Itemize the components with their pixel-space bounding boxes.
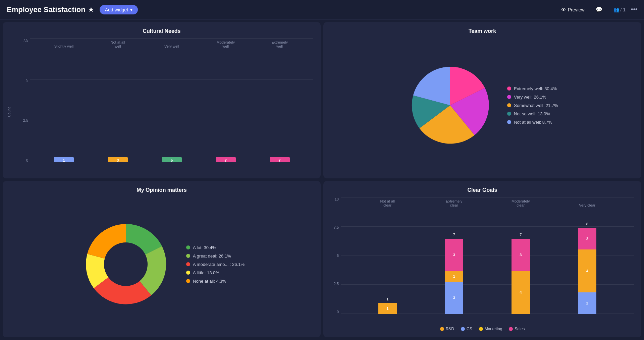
stacked-bars-area: 10 7.5 5 2.5 0: [331, 197, 634, 324]
bars-row: 1 3 5 7 7: [30, 38, 313, 162]
y-axis: 7.5 5 2.5 0: [20, 38, 30, 172]
legend-dot: [186, 262, 190, 266]
total-label: 8: [586, 222, 588, 226]
legend-item-not-at-all-well: Not at all well: 8.7%: [507, 120, 558, 125]
stacked-bar-not-at-all-clear: 1 1: [378, 303, 397, 314]
my-opinion-donut-chart: [79, 217, 173, 311]
legend-dot: [186, 254, 190, 258]
comment-icon[interactable]: 💬: [596, 6, 602, 13]
clear-goals-legend: R&D CS Marketing Sales: [331, 327, 634, 331]
bar-not-at-all-well: 3: [108, 157, 128, 162]
preview-label: Preview: [568, 7, 585, 12]
star-icon[interactable]: ★: [88, 6, 94, 13]
bar-extremely-well: 7: [270, 157, 290, 162]
cultural-needs-widget: Cultural Needs Count 7.5 5 2.5 0: [3, 22, 321, 178]
separator2: [608, 6, 608, 14]
bar-group-not-at-all-well: 3: [108, 157, 128, 162]
user-count: 👥 / 1: [613, 7, 626, 12]
stacked-bar-very-clear: 2 4 2 8: [578, 228, 596, 314]
legend-item-not-so-well: Not so well: 13.0%: [507, 111, 558, 116]
segment-sales: 3: [512, 239, 530, 271]
my-opinion-title: My Opinion matters: [10, 187, 313, 193]
legend-dot: [186, 279, 190, 283]
chevron-down-icon: ▾: [130, 7, 132, 12]
legend-item-marketing: Marketing: [479, 327, 502, 331]
team-work-legend: Extremely well: 30.4% Very well: 26.1% S…: [507, 86, 558, 125]
legend-item-none-at-all: None at all: 4.3%: [186, 279, 245, 284]
legend-item-a-moderate-amount: A moderate amo... : 26.1%: [186, 262, 245, 267]
segment-marketing: 4: [578, 249, 596, 292]
legend-dot: [507, 112, 511, 116]
legend-item-sales: Sales: [509, 327, 525, 331]
legend-item-a-lot: A lot: 30.4%: [186, 245, 245, 250]
header-right: 👁 Preview 💬 👥 / 1 •••: [561, 6, 637, 14]
header: Employee Satisfaction ★ Add widget ▾ 👁 P…: [0, 0, 644, 19]
add-widget-button[interactable]: Add widget ▾: [100, 5, 138, 14]
total-label: 7: [453, 233, 455, 237]
legend-item-extremely-well: Extremely well: 30.4%: [507, 86, 558, 91]
team-work-title: Team work: [331, 28, 634, 34]
my-opinion-widget: My Opinion matters A lot: 30.4%: [3, 181, 321, 337]
team-work-chart-section: Extremely well: 30.4% Very well: 26.1% S…: [331, 38, 634, 172]
stacked-bars-inner: 1 1 3 1 3 7 4 3: [341, 197, 634, 324]
team-work-widget: Team work Extremely well: 30.4%: [323, 22, 641, 178]
stacked-bars-row: 1 1 3 1 3 7 4 3: [341, 197, 634, 314]
page-title: Employee Satisfaction ★: [7, 5, 94, 14]
stacked-y-axis: 10 7.5 5 2.5 0: [331, 197, 341, 324]
separator: [590, 6, 590, 14]
add-widget-label: Add widget: [105, 7, 128, 12]
bar-slightly-well: 1: [54, 157, 74, 162]
legend-item-a-little: A little: 13.0%: [186, 270, 245, 275]
segment-marketing: 1: [445, 271, 463, 282]
cultural-needs-title: Cultural Needs: [10, 28, 313, 34]
legend-dot-cs: [461, 327, 465, 331]
legend-dot: [507, 87, 511, 91]
more-options-button[interactable]: •••: [631, 6, 637, 13]
legend-dot: [507, 103, 511, 107]
total-label: 1: [386, 297, 388, 301]
segment-rd: 1: [378, 303, 397, 314]
segment-cs: 3: [445, 282, 463, 314]
bar-group-slightly-well: 1: [54, 157, 74, 162]
legend-item-rd: R&D: [440, 327, 454, 331]
stacked-bar-extremely-clear: 3 1 3 7: [445, 239, 463, 314]
segment-sales: 2: [578, 228, 596, 249]
preview-button[interactable]: 👁 Preview: [561, 7, 585, 12]
bar-group-moderately-well: 7: [216, 157, 236, 162]
bar-group-very-well: 5: [162, 157, 182, 162]
bars-area: 1 3 5 7 7: [30, 38, 313, 172]
y-axis-label: Count: [7, 107, 11, 117]
bar-moderately-well: 7: [216, 157, 236, 162]
svg-point-0: [104, 242, 148, 286]
eye-icon: 👁: [561, 7, 566, 12]
clear-goals-chart: 10 7.5 5 2.5 0: [331, 197, 634, 331]
legend-item-somewhat-well: Somewhat well: 21.7%: [507, 103, 558, 108]
legend-item-cs: CS: [461, 327, 472, 331]
legend-dot: [186, 245, 190, 249]
cultural-needs-chart: Count 7.5 5 2.5 0: [10, 38, 313, 172]
legend-dot-sales: [509, 327, 513, 331]
bar-group-extremely-well: 7: [270, 157, 290, 162]
legend-dot-rd: [440, 327, 444, 331]
legend-item-very-well: Very well: 26.1%: [507, 95, 558, 100]
legend-dot: [507, 120, 511, 124]
title-text: Employee Satisfaction: [7, 5, 86, 14]
clear-goals-title: Clear Goals: [331, 187, 634, 193]
segment-marketing: 4: [512, 271, 530, 314]
bar-very-well: 5: [162, 157, 182, 162]
stacked-bar-moderately-clear: 4 3 7: [512, 239, 530, 314]
segment-sales: 3: [445, 239, 463, 271]
legend-dot-marketing: [479, 327, 483, 331]
dashboard: Cultural Needs Count 7.5 5 2.5 0: [0, 19, 644, 340]
clear-goals-widget: Clear Goals 10 7.5 5 2.5 0: [323, 181, 641, 337]
my-opinion-chart-section: A lot: 30.4% A great deal: 26.1% A moder…: [10, 197, 313, 331]
total-label: 7: [520, 233, 522, 237]
legend-dot: [186, 271, 190, 275]
user-icon: 👥: [613, 7, 619, 12]
segment-cs: 2: [578, 292, 596, 314]
team-work-pie-chart: [407, 62, 494, 149]
legend-item-a-great-deal: A great deal: 26.1%: [186, 253, 245, 259]
legend-dot: [507, 95, 511, 99]
my-opinion-legend: A lot: 30.4% A great deal: 26.1% A moder…: [186, 245, 245, 284]
